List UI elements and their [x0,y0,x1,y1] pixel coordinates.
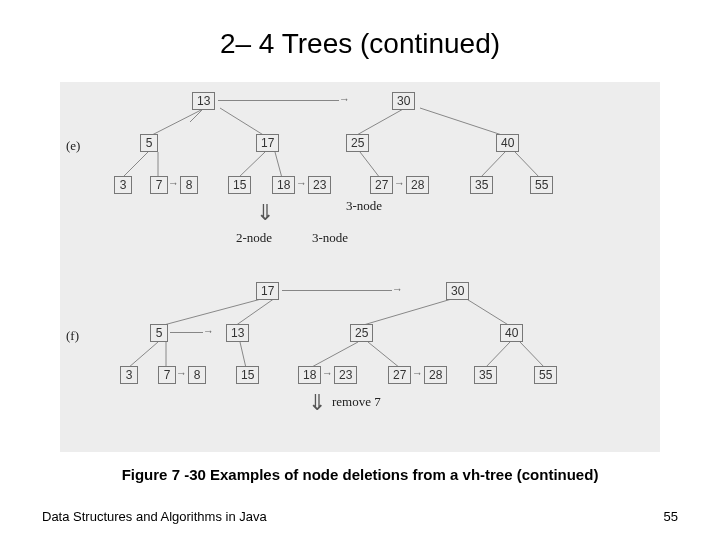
svg-line-18 [240,342,246,368]
svg-line-13 [235,298,275,326]
f-n28: 28 [424,366,447,384]
svg-line-12 [160,298,265,326]
f-n8: 8 [188,366,206,384]
panel-e-label: (e) [66,138,80,154]
svg-line-6 [238,152,265,178]
svg-line-8 [360,152,380,178]
label-2node: 2-node [236,230,272,246]
f-n27: 27 [388,366,411,384]
svg-line-21 [485,342,510,368]
hlink-icon: → [296,177,307,189]
e-n8: 8 [180,176,198,194]
svg-line-7 [275,152,282,178]
svg-line-15 [465,298,510,326]
hlink-icon: → [176,367,187,379]
f-n18: 18 [298,366,321,384]
f-n55: 55 [534,366,557,384]
hlink-icon: ———→ [170,325,214,337]
f-n23: 23 [334,366,357,384]
e-n28: 28 [406,176,429,194]
e-root-13: 13 [192,92,215,110]
svg-line-22 [520,342,545,368]
e-n55: 55 [530,176,553,194]
down-arrow-icon: ⇓ [256,200,274,226]
hlink-icon: → [394,177,405,189]
svg-line-10 [515,152,540,178]
figure-caption: Figure 7 -30 Examples of node deletions … [0,466,720,483]
hlink-icon: ——————————→ [282,283,403,295]
down-arrow-icon: ⇓ [308,390,326,416]
e-n40: 40 [496,134,519,152]
e-n5: 5 [140,134,158,152]
hlink-icon: → [322,367,333,379]
label-remove7: remove 7 [332,394,381,410]
f-n25: 25 [350,324,373,342]
label-3node-b: 3-node [312,230,348,246]
svg-line-4 [122,152,148,178]
svg-line-1 [220,108,265,136]
svg-line-20 [368,342,400,368]
e-n23: 23 [308,176,331,194]
f-root-30: 30 [446,282,469,300]
svg-line-9 [480,152,505,178]
f-root-17: 17 [256,282,279,300]
e-root-30: 30 [392,92,415,110]
f-n15: 15 [236,366,259,384]
f-n5: 5 [150,324,168,342]
svg-line-19 [310,342,358,368]
e-n35: 35 [470,176,493,194]
panel-f-label: (f) [66,328,79,344]
hlink-icon: → [168,177,179,189]
e-n18: 18 [272,176,295,194]
figure-area: (e) 13 30 [60,82,660,452]
svg-line-0 [150,108,205,136]
hlink-icon: → [412,367,423,379]
e-n15: 15 [228,176,251,194]
svg-line-14 [360,298,455,326]
e-n3: 3 [114,176,132,194]
svg-line-11 [190,110,202,122]
f-n3: 3 [120,366,138,384]
f-n40: 40 [500,324,523,342]
footer-book-title: Data Structures and Algorithms in Java [42,509,267,524]
svg-line-3 [420,108,505,136]
f-n13: 13 [226,324,249,342]
e-n27: 27 [370,176,393,194]
svg-line-16 [128,342,158,368]
f-n7: 7 [158,366,176,384]
page-title: 2– 4 Trees (continued) [0,0,720,72]
e-n7: 7 [150,176,168,194]
svg-line-2 [355,108,405,136]
hlink-icon: ———————————→ [218,93,350,105]
e-n25: 25 [346,134,369,152]
f-n35: 35 [474,366,497,384]
footer-page-number: 55 [664,509,678,524]
label-3node-top: 3-node [346,198,382,214]
e-n17: 17 [256,134,279,152]
